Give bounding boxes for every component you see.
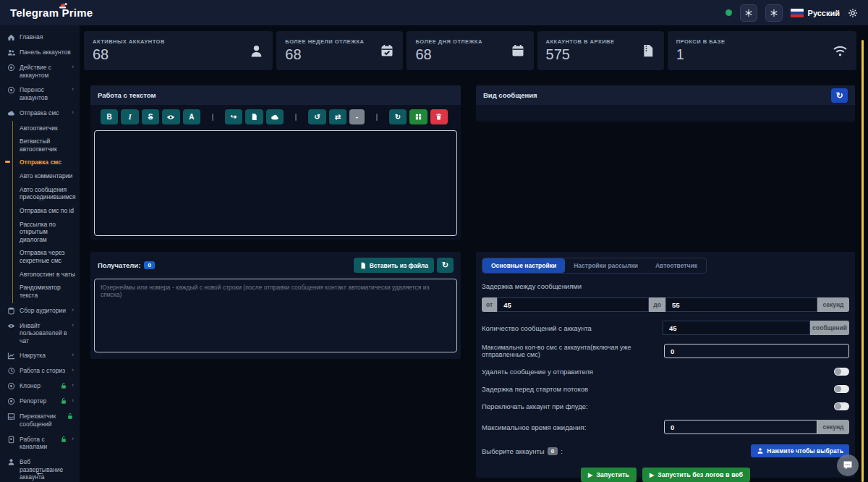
delay-from-input[interactable]: [497, 297, 649, 312]
toolbar-dropdown[interactable]: -: [349, 109, 365, 124]
panel-title: Работа с текстом: [98, 91, 156, 99]
submenu-item-send-sms-active[interactable]: Отправка смс: [13, 156, 80, 169]
sidebar-item-stories[interactable]: Работа с сториз ›: [0, 363, 80, 379]
unlock-icon: [60, 436, 67, 443]
paste-document-button[interactable]: [245, 109, 263, 124]
submenu-item-auto-comments[interactable]: Авто комментарии: [13, 169, 80, 183]
book-icon: [7, 436, 15, 444]
sidebar-item-channels[interactable]: Работа с каналами ›: [0, 432, 80, 454]
database-icon: [7, 307, 15, 315]
support-chat-button[interactable]: [837, 454, 859, 476]
stat-card-active-accounts: АКТИВНЫХ АККАУНТОВ 68: [84, 31, 273, 70]
document-icon: [250, 113, 258, 121]
cloud-icon: [271, 113, 279, 122]
font-button[interactable]: A: [183, 109, 200, 124]
online-status-dot: [726, 9, 732, 16]
delete-sender-label: Удалять сообщение у отправителя: [482, 368, 593, 376]
sidebar-collapse-button[interactable]: ←: [0, 467, 80, 478]
delay-between-messages-label: Задержка между сообщениями: [482, 282, 849, 290]
settings-gear-button[interactable]: [848, 8, 858, 18]
sidebar-item-label: Инвайт пользователей в чат: [20, 322, 67, 345]
language-label: Русский: [808, 9, 840, 17]
sidebar-item-home[interactable]: Главная: [0, 30, 80, 45]
spoiler-eye-button[interactable]: [162, 109, 179, 124]
choose-accounts-button[interactable]: Нажмите чтобы выбрать: [751, 444, 849, 457]
stats-row: АКТИВНЫХ АККАУНТОВ 68 БОЛЕЕ НЕДЕЛИ ОТЛЕЖ…: [84, 31, 856, 70]
submenu-item-auto-join-messages[interactable]: Авто сообщения присоединившимся: [13, 183, 80, 204]
paste-from-file-button[interactable]: Вставить из файла: [354, 258, 434, 273]
strikethrough-button[interactable]: S: [142, 109, 159, 124]
max-wait-input[interactable]: [664, 420, 817, 434]
delete-text-button[interactable]: [430, 109, 448, 124]
shuffle-button[interactable]: ⇄: [329, 109, 346, 124]
snow-toggle-button-1[interactable]: [740, 4, 757, 22]
submenu-item-open-dialogs-mailing[interactable]: Рассылка по открытым диалогам: [13, 218, 80, 247]
circle-icon: [7, 86, 15, 94]
delete-sender-toggle[interactable]: [834, 368, 849, 376]
tab-main-settings[interactable]: Основные настройки: [482, 258, 565, 273]
max-sms-input[interactable]: [664, 344, 849, 358]
submenu-item-autoposting-chats[interactable]: Автопостинг в чаты: [13, 268, 80, 282]
stat-label: АКТИВНЫХ АККАУНТОВ: [93, 38, 165, 45]
snow-toggle-button-2[interactable]: [765, 4, 783, 22]
submenu-item-send-sms-by-id[interactable]: Отправка смс по id: [13, 204, 80, 218]
sidebar-item-accounts-panel[interactable]: Панель аккаунтов: [0, 45, 80, 60]
start-no-logs-button[interactable]: ▶ Запустить без логов в веб: [642, 468, 750, 482]
tab-autoresponder[interactable]: Автоответчик: [647, 258, 706, 273]
top-bar: Telegram Prime Русский: [0, 0, 868, 25]
choose-accounts-row: Выберите аккаунты 0 : Нажмите чтобы выбр…: [482, 444, 849, 457]
toolbar-separator: [295, 114, 297, 121]
submenu-item-text-randomizer[interactable]: Рандомизатор текста: [13, 281, 80, 302]
messages-per-account-input[interactable]: [663, 321, 810, 335]
submenu-item-secret-sms[interactable]: Отправка через секретные смс: [13, 246, 80, 267]
language-selector[interactable]: Русский: [791, 9, 840, 17]
undo-button[interactable]: ↺: [308, 109, 326, 124]
wifi-icon: [833, 43, 848, 59]
history-icon: [7, 367, 15, 375]
toolbar-separator: [376, 114, 378, 121]
forward-arrow-button[interactable]: ↪: [225, 109, 242, 124]
max-sms-row: Максимально кол-во смс с аккаунта(включа…: [482, 344, 849, 358]
strike-glyph: S: [148, 113, 153, 121]
delay-before-start-toggle[interactable]: [834, 385, 849, 393]
delay-to-input[interactable]: [665, 297, 817, 312]
page-scrollbar[interactable]: [861, 40, 864, 482]
template-grid-button[interactable]: [409, 109, 427, 124]
refresh-text-button[interactable]: ↻: [389, 109, 407, 124]
sidebar-item-send-sms[interactable]: Отправка смс ›: [0, 106, 80, 121]
tab-mailing-settings[interactable]: Настройки рассылки: [565, 258, 647, 273]
unlock-icon: [67, 413, 74, 420]
cloud-button[interactable]: [266, 109, 284, 124]
choose-accounts-button-label: Нажмите чтобы выбрать: [767, 447, 843, 454]
sidebar-item-reporter[interactable]: Репортер ›: [0, 394, 80, 409]
trash-icon: [435, 113, 443, 121]
sidebar-item-account-actions[interactable]: Действие с аккаунтом ›: [0, 60, 80, 83]
sidebar-item-account-transfer[interactable]: Перенос аккаунтов ›: [0, 83, 80, 105]
refresh-preview-button[interactable]: ↻: [831, 88, 848, 103]
max-wait-label: Максимальное время ожидания:: [482, 423, 586, 431]
stat-card-proxy-count: ПРОКСИ В БАЗЕ 1: [668, 31, 856, 70]
submenu-item-branch-autoresponder[interactable]: Ветвистый автоответчик: [13, 135, 80, 156]
run-buttons-row: ▶ Запустить ▶ Запустить без логов в веб: [482, 468, 849, 482]
panel-title: Вид сообщения: [483, 91, 537, 99]
sidebar-item-audience-collect[interactable]: Сбор аудитории ›: [0, 303, 80, 318]
recipients-input[interactable]: [94, 279, 457, 352]
chevron-right-icon: ›: [72, 436, 74, 442]
sidebar-item-boost[interactable]: Накрутка ›: [0, 348, 80, 363]
bold-button[interactable]: B: [101, 109, 118, 124]
stat-value: 1: [676, 46, 726, 63]
switch-on-flood-toggle[interactable]: [834, 402, 849, 410]
italic-button[interactable]: I: [121, 109, 138, 124]
chevron-right-icon: ›: [72, 397, 74, 404]
start-button[interactable]: ▶ Запустить: [581, 468, 637, 482]
sidebar-item-cloner[interactable]: Клонер ›: [0, 379, 80, 394]
refresh-recipients-button[interactable]: ↻: [437, 258, 454, 273]
sidebar-item-message-interceptor[interactable]: Перехватчик сообщений: [0, 409, 80, 431]
sidebar-item-label: Перенос аккаунтов: [20, 86, 67, 101]
sidebar-item-invite-users[interactable]: Инвайт пользователей в чат ›: [0, 318, 80, 349]
play-icon: ▶: [588, 472, 592, 478]
message-text-input[interactable]: [94, 130, 457, 236]
to-addon: до: [649, 297, 665, 312]
from-addon: от: [482, 297, 497, 312]
submenu-item-autoresponder[interactable]: Автоответчик: [13, 122, 80, 135]
